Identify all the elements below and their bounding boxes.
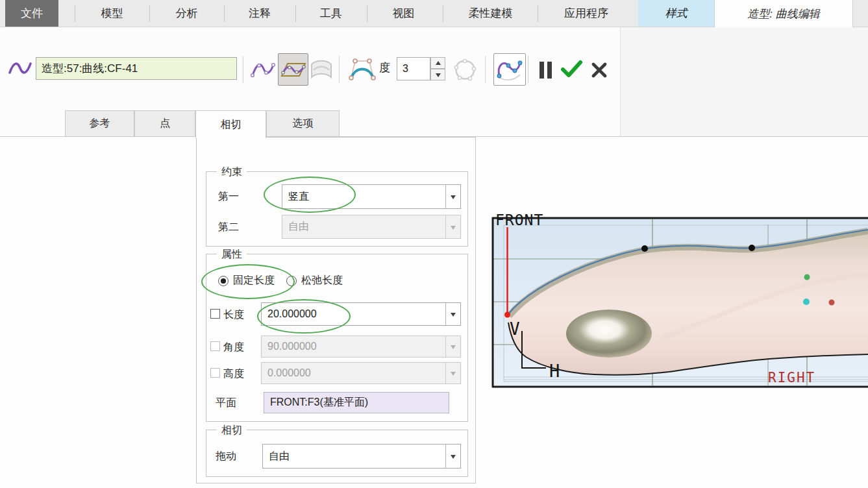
model-viewport[interactable]: FRONT RIGHT V H: [491, 206, 868, 389]
height-value: 0.000000: [262, 363, 445, 384]
fixed-length-label[interactable]: 固定长度: [233, 274, 275, 287]
ribbon: 造型:57:曲线:CF-41: [0, 27, 868, 137]
dropdown-arrow-icon: [451, 313, 456, 319]
right-plane-label: RIGHT: [768, 370, 815, 385]
angle-combo: 90.000000: [261, 336, 461, 358]
length-checkbox[interactable]: [210, 309, 220, 319]
angle-value: 90.000000: [262, 336, 445, 357]
first-constraint-dropdown-button[interactable]: [445, 185, 460, 208]
menu-divider: [224, 5, 225, 22]
menu-divider: [149, 5, 150, 22]
property-group: 属性 固定长度 松弛长度 长度 20.000000 角度 90.000000 高…: [206, 254, 468, 422]
menu-style-tab[interactable]: 样式: [638, 0, 714, 27]
first-constraint-label: 第一: [218, 190, 239, 204]
tab-options[interactable]: 选项: [266, 110, 340, 137]
menu-file[interactable]: 文件: [5, 0, 58, 27]
confirm-button[interactable]: [560, 60, 584, 79]
angle-label: 角度: [223, 341, 244, 354]
dropdown-arrow-icon: [451, 195, 456, 202]
h-axis-label: H: [549, 361, 560, 381]
dropdown-arrow-icon: [451, 226, 456, 232]
v-axis-label: V: [510, 319, 520, 339]
planar-curve-button[interactable]: [278, 53, 308, 86]
height-label: 高度: [223, 367, 244, 381]
height-checkbox: [210, 368, 220, 378]
second-constraint-value: 自由: [282, 215, 445, 238]
second-constraint-dropdown-button: [445, 215, 460, 238]
toolbar-separator: [528, 56, 528, 83]
down-arrow-icon: [436, 73, 441, 80]
degree-label: 度: [379, 60, 390, 75]
curve-point-green[interactable]: [804, 274, 810, 280]
surface-curve-button-disabled: [308, 55, 334, 84]
menu-model[interactable]: 模型: [75, 0, 149, 27]
fixed-length-radio[interactable]: [218, 276, 229, 286]
cancel-button[interactable]: [591, 62, 608, 78]
length-value: 20.000000: [262, 303, 445, 325]
spinner-down-button[interactable]: [430, 69, 445, 80]
tangency-panel: 约束 第一 竖直 第二 自由 属性 固定长度 松弛长度 长度: [196, 137, 476, 483]
curve-endpoint-selected[interactable]: [504, 312, 510, 318]
tab-tangency-active[interactable]: 相切: [195, 110, 266, 138]
angle-dropdown-button: [445, 336, 460, 357]
drag-dropdown-button[interactable]: [445, 445, 460, 468]
constraint-group: 约束 第一 竖直 第二 自由: [206, 171, 468, 247]
constraint-legend: 约束: [217, 165, 247, 179]
dropdown-arrow-icon: [451, 372, 456, 378]
curve-point-red[interactable]: [829, 300, 835, 306]
menu-divider: [367, 5, 367, 22]
relaxed-length-label[interactable]: 松弛长度: [301, 274, 343, 287]
control-mesh-button-disabled: [451, 55, 479, 84]
curve-point-cyan[interactable]: [803, 299, 810, 305]
menu-divider: [538, 5, 538, 22]
menu-doc-tab-active[interactable]: 造型: 曲线编辑: [714, 0, 853, 27]
menu-view[interactable]: 视图: [367, 0, 440, 27]
first-constraint-value: 竖直: [282, 185, 445, 208]
length-dropdown-button[interactable]: [445, 303, 460, 325]
menu-divider: [75, 5, 75, 22]
drag-value: 自由: [263, 445, 445, 468]
planar-curve-icon: [279, 54, 308, 85]
drag-combo[interactable]: 自由: [262, 444, 461, 469]
curve-name-field[interactable]: 造型:57:曲线:CF-41: [36, 57, 237, 80]
degree-spinner: [430, 57, 445, 80]
menu-annotate[interactable]: 注释: [224, 0, 295, 27]
menu-analysis[interactable]: 分析: [149, 0, 224, 27]
sole-dimple: [566, 310, 652, 358]
pause-button[interactable]: [538, 60, 554, 80]
toolbar-separator: [485, 56, 486, 83]
dropdown-arrow-icon: [451, 455, 456, 461]
curve-point[interactable]: [749, 245, 755, 251]
curve-edit-toggle-button[interactable]: [493, 53, 526, 86]
curve-feature-icon: [8, 58, 32, 78]
degree-input[interactable]: 3: [397, 57, 430, 80]
height-combo: 0.000000: [261, 362, 461, 384]
property-legend: 属性: [217, 248, 247, 262]
plane-label: 平面: [216, 396, 236, 410]
angle-checkbox: [210, 341, 220, 351]
tab-points[interactable]: 点: [134, 110, 195, 137]
toolbar-separator: [339, 56, 340, 83]
curve-point[interactable]: [641, 245, 648, 252]
first-constraint-combo[interactable]: 竖直: [282, 184, 461, 209]
menu-tools[interactable]: 工具: [295, 0, 367, 27]
length-label: 长度: [223, 308, 244, 322]
free-curve-button[interactable]: [249, 55, 277, 84]
tab-references[interactable]: 参考: [65, 110, 134, 137]
menu-divider: [295, 5, 296, 22]
control-polygon-icon: [348, 55, 377, 84]
relaxed-length-radio[interactable]: [286, 276, 297, 286]
front-plane-label: FRONT: [495, 212, 543, 228]
menu-applications[interactable]: 应用程序: [538, 0, 635, 27]
second-constraint-combo: 自由: [282, 215, 461, 239]
ribbon-empty-area: [620, 27, 868, 136]
height-dropdown-button: [445, 363, 460, 384]
menu-flexible-modeling[interactable]: 柔性建模: [443, 0, 538, 27]
plane-collector[interactable]: FRONT:F3(基准平面): [264, 392, 449, 413]
application-window: 文件 模型 分析 注释 工具 视图 柔性建模 应用程序 样式 造型: 曲线编辑 …: [0, 0, 868, 488]
toolbar-separator: [243, 56, 243, 83]
length-combo[interactable]: 20.000000: [261, 302, 461, 326]
dropdown-arrow-icon: [451, 345, 456, 352]
length-mode-radios: 固定长度 松弛长度: [218, 274, 345, 287]
spinner-up-button[interactable]: [430, 57, 445, 69]
